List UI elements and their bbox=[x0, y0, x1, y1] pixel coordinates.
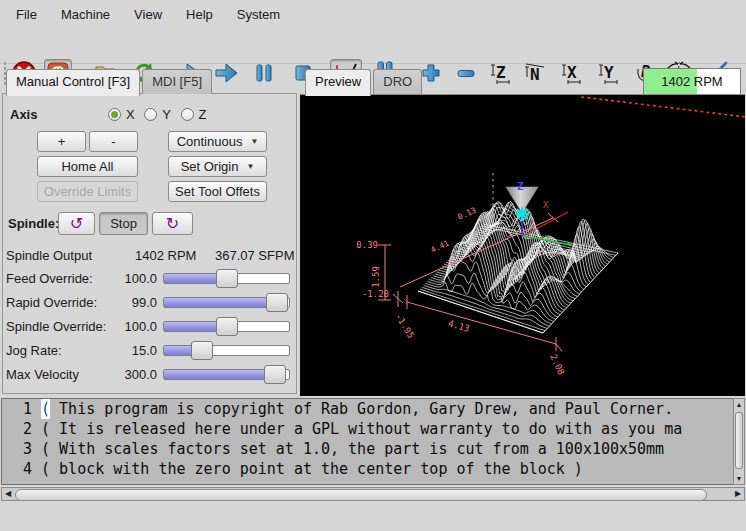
hscroll-thumb[interactable] bbox=[15, 489, 707, 501]
extents-dimension-labels: 0.39 1.59 -1.20 -1.95 0.13 4.41 4.13 2.0… bbox=[356, 206, 566, 377]
dim-back-mid: 4.41 bbox=[429, 239, 450, 255]
preview-canvas-box: 0.39 1.59 -1.20 -1.95 0.13 4.41 4.13 2.0… bbox=[300, 94, 745, 396]
tab-preview[interactable]: Preview bbox=[305, 69, 371, 96]
dim-x-extent: 4.13 bbox=[447, 318, 471, 334]
spindle-rpm-meter: 1402 RPM bbox=[643, 68, 741, 95]
spindle-output-label: Spindle Output bbox=[6, 248, 92, 263]
feed-override-value: 100.0 bbox=[100, 271, 157, 286]
jog-rate-label: Jog Rate: bbox=[6, 343, 62, 358]
dim-z-extent: 1.59 bbox=[371, 266, 381, 288]
slider-thumb[interactable] bbox=[216, 269, 238, 288]
menu-help[interactable]: Help bbox=[174, 3, 225, 26]
gcode-text: ( block with the zero point at the cente… bbox=[41, 459, 583, 479]
spindle-rpm-value: 1402 RPM bbox=[135, 248, 196, 263]
chevron-down-icon: ▼ bbox=[246, 162, 254, 171]
menu-bar: File Machine View Help System bbox=[0, 0, 746, 28]
axis-x-radio[interactable] bbox=[108, 108, 121, 121]
slider-thumb[interactable] bbox=[216, 317, 238, 336]
gcode-line: 4 ( block with the zero point at the cen… bbox=[2, 459, 734, 479]
gcode-line: 2 ( It is released here under a GPL with… bbox=[2, 419, 734, 439]
chevron-down-icon: ▼ bbox=[250, 137, 258, 146]
dim-z-max: 0.39 bbox=[356, 240, 378, 250]
spindle-label: Spindle: bbox=[8, 216, 59, 231]
home-all-button[interactable]: Home All bbox=[37, 156, 138, 177]
rapid-override-value: 99.0 bbox=[100, 295, 157, 310]
line-number: 1 bbox=[2, 399, 32, 419]
x-axis-line bbox=[523, 212, 568, 236]
spindle-override-slider[interactable] bbox=[163, 321, 290, 332]
gcode-line: 1 ( This program is copyright of Rab Gor… bbox=[2, 399, 734, 419]
menu-system[interactable]: System bbox=[225, 3, 292, 26]
jog-rate-slider[interactable] bbox=[163, 345, 290, 356]
axis-label: Axis bbox=[10, 107, 37, 122]
gcode-text: ( It is released here under a GPL withou… bbox=[41, 419, 682, 439]
axis-z-radio[interactable] bbox=[181, 108, 194, 121]
linuxcnc-axis-window: { "menu": {"items": ["File", "Machine", … bbox=[0, 0, 746, 531]
set-tool-offsets-button[interactable]: Set Tool Offets bbox=[168, 181, 267, 202]
tab-dro[interactable]: DRO bbox=[373, 69, 422, 94]
dim-back-top: 0.13 bbox=[456, 206, 477, 222]
axis-z-label: Z bbox=[199, 107, 207, 122]
tab-manual-control[interactable]: Manual Control [F3] bbox=[6, 69, 140, 96]
scroll-left-arrow[interactable]: ◀ bbox=[2, 488, 14, 500]
jog-rate-value: 15.0 bbox=[100, 343, 157, 358]
slider-thumb[interactable] bbox=[266, 293, 288, 312]
feed-override-row: Feed Override: 100.0 bbox=[0, 269, 299, 289]
x-axis-label: X bbox=[543, 200, 549, 210]
z-axis-label: Z bbox=[517, 180, 524, 193]
spindle-ccw-icon: ↺ bbox=[70, 214, 83, 233]
gcode-listing: 1 ( This program is copyright of Rab Gor… bbox=[0, 396, 746, 506]
gcode-text-view[interactable]: 1 ( This program is copyright of Rab Gor… bbox=[1, 398, 735, 485]
axis-x-label: X bbox=[126, 107, 135, 122]
gcode-horizontal-scrollbar[interactable]: ◀ ▶ bbox=[1, 487, 745, 501]
slider-thumb[interactable] bbox=[191, 341, 213, 360]
gcode-line: 3 ( With scales factors set at 1.0, the … bbox=[2, 439, 734, 459]
max-velocity-slider[interactable] bbox=[163, 369, 290, 380]
dim-x-min: -1.95 bbox=[393, 312, 416, 340]
menu-file[interactable]: File bbox=[4, 3, 49, 26]
max-velocity-row: Max Velocity 300.0 bbox=[0, 365, 299, 385]
spindle-sfpm-value: 367.07 SFPM bbox=[215, 248, 295, 263]
scroll-up-arrow[interactable]: ▲ bbox=[734, 399, 744, 410]
menu-view[interactable]: View bbox=[122, 3, 174, 26]
machine-limit-line bbox=[582, 97, 745, 117]
jog-minus-button[interactable]: - bbox=[89, 131, 138, 152]
set-origin-value: Set Origin bbox=[181, 159, 239, 174]
jog-rate-row: Jog Rate: 15.0 bbox=[0, 341, 299, 361]
gremlin-preview-canvas[interactable]: 0.39 1.59 -1.20 -1.95 0.13 4.41 4.13 2.0… bbox=[300, 95, 745, 396]
max-velocity-label: Max Velocity bbox=[6, 367, 79, 382]
axis-radio-group: X Y Z bbox=[108, 107, 213, 122]
axis-y-radio[interactable] bbox=[144, 108, 157, 121]
feed-override-label: Feed Override: bbox=[6, 271, 93, 286]
gcode-vertical-scrollbar[interactable]: ▲ ▼ bbox=[733, 398, 745, 485]
override-limits-button[interactable]: Override Limits bbox=[37, 181, 138, 202]
dim-z-min: -1.20 bbox=[362, 289, 389, 299]
jog-mode-value: Continuous bbox=[177, 134, 243, 149]
line-number: 2 bbox=[2, 419, 32, 439]
gcode-text: This program is copyright of Rab Gordon,… bbox=[50, 399, 673, 419]
spindle-override-value: 100.0 bbox=[100, 319, 157, 334]
scroll-right-arrow[interactable]: ▶ bbox=[732, 488, 744, 500]
set-origin-dropdown[interactable]: Set Origin ▼ bbox=[168, 156, 267, 177]
spindle-ccw-button[interactable]: ↺ bbox=[58, 212, 95, 235]
y-axis-label: Y bbox=[545, 235, 550, 244]
rpm-meter-text: 1402 RPM bbox=[644, 69, 740, 94]
gcode-text: ( With scales factors set at 1.0, the pa… bbox=[41, 439, 664, 459]
highlighted-paren: ( bbox=[41, 399, 50, 419]
feed-override-slider[interactable] bbox=[163, 273, 290, 284]
jog-mode-dropdown[interactable]: Continuous ▼ bbox=[168, 131, 267, 152]
menu-machine[interactable]: Machine bbox=[49, 3, 122, 26]
rapid-override-row: Rapid Override: 99.0 bbox=[0, 293, 299, 313]
spindle-stop-button[interactable]: Stop bbox=[99, 212, 148, 235]
spindle-override-row: Spindle Override: 100.0 bbox=[0, 317, 299, 337]
spindle-cw-icon: ↻ bbox=[166, 214, 179, 233]
tab-mdi[interactable]: MDI [F5] bbox=[142, 69, 212, 94]
spindle-cw-button[interactable]: ↻ bbox=[152, 212, 193, 235]
slider-thumb[interactable] bbox=[264, 365, 286, 384]
jog-plus-button[interactable]: + bbox=[37, 131, 86, 152]
dim-x-max: 2.08 bbox=[548, 353, 566, 377]
rapid-override-slider[interactable] bbox=[163, 297, 290, 308]
vscroll-thumb[interactable] bbox=[735, 412, 743, 469]
spindle-override-label: Spindle Override: bbox=[6, 319, 106, 334]
scroll-down-arrow[interactable]: ▼ bbox=[734, 473, 744, 484]
